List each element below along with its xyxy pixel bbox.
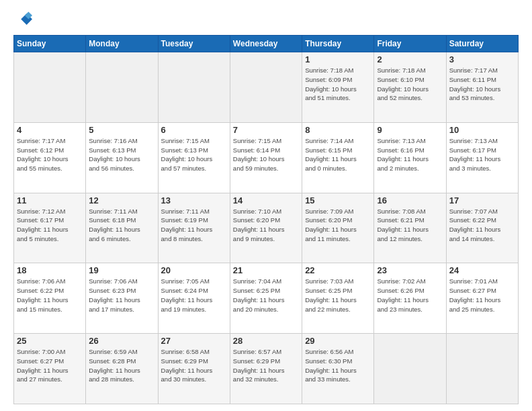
cell-day-number: 21 bbox=[233, 265, 299, 275]
cell-day-number: 18 bbox=[17, 265, 83, 275]
cell-day-number: 14 bbox=[233, 195, 299, 205]
cell-day-number: 4 bbox=[17, 125, 83, 135]
calendar-body: 1Sunrise: 7:18 AM Sunset: 6:09 PM Daylig… bbox=[14, 52, 519, 404]
cell-info-text: Sunrise: 7:18 AM Sunset: 6:10 PM Dayligh… bbox=[377, 66, 443, 103]
cell-day-number: 13 bbox=[161, 195, 227, 205]
cell-day-number: 15 bbox=[305, 195, 371, 205]
cell-info-text: Sunrise: 6:57 AM Sunset: 6:29 PM Dayligh… bbox=[233, 347, 299, 384]
cell-info-text: Sunrise: 7:16 AM Sunset: 6:13 PM Dayligh… bbox=[89, 136, 154, 173]
cell-day-number: 6 bbox=[161, 125, 227, 135]
cell-info-text: Sunrise: 6:58 AM Sunset: 6:29 PM Dayligh… bbox=[161, 347, 227, 384]
cell-info-text: Sunrise: 6:56 AM Sunset: 6:30 PM Dayligh… bbox=[305, 347, 371, 384]
cell-info-text: Sunrise: 7:04 AM Sunset: 6:25 PM Dayligh… bbox=[233, 277, 299, 314]
cell-day-number: 28 bbox=[233, 336, 299, 346]
calendar-cell: 3Sunrise: 7:17 AM Sunset: 6:11 PM Daylig… bbox=[446, 52, 518, 123]
header-cell-wednesday: Wednesday bbox=[230, 36, 302, 52]
calendar-cell: 9Sunrise: 7:13 AM Sunset: 6:16 PM Daylig… bbox=[374, 122, 446, 193]
cell-info-text: Sunrise: 7:15 AM Sunset: 6:14 PM Dayligh… bbox=[233, 136, 299, 173]
calendar-cell: 21Sunrise: 7:04 AM Sunset: 6:25 PM Dayli… bbox=[230, 263, 302, 334]
cell-info-text: Sunrise: 7:15 AM Sunset: 6:13 PM Dayligh… bbox=[161, 136, 227, 173]
week-row-4: 25Sunrise: 7:00 AM Sunset: 6:27 PM Dayli… bbox=[14, 334, 519, 404]
calendar-cell: 7Sunrise: 7:15 AM Sunset: 6:14 PM Daylig… bbox=[230, 122, 302, 193]
calendar-table: SundayMondayTuesdayWednesdayThursdayFrid… bbox=[13, 35, 519, 404]
cell-info-text: Sunrise: 7:02 AM Sunset: 6:26 PM Dayligh… bbox=[377, 277, 443, 314]
calendar-cell: 2Sunrise: 7:18 AM Sunset: 6:10 PM Daylig… bbox=[374, 52, 446, 123]
calendar-cell: 28Sunrise: 6:57 AM Sunset: 6:29 PM Dayli… bbox=[230, 334, 302, 404]
calendar-cell: 12Sunrise: 7:11 AM Sunset: 6:18 PM Dayli… bbox=[86, 193, 158, 263]
cell-day-number: 20 bbox=[161, 265, 227, 275]
calendar-cell: 11Sunrise: 7:12 AM Sunset: 6:17 PM Dayli… bbox=[14, 193, 86, 263]
calendar-cell: 5Sunrise: 7:16 AM Sunset: 6:13 PM Daylig… bbox=[86, 122, 158, 193]
header-cell-tuesday: Tuesday bbox=[158, 36, 230, 52]
cell-day-number: 2 bbox=[377, 54, 443, 64]
logo bbox=[13, 11, 35, 30]
cell-day-number: 12 bbox=[89, 195, 154, 205]
cell-day-number: 7 bbox=[233, 125, 299, 135]
cell-day-number: 27 bbox=[161, 336, 227, 346]
week-row-1: 4Sunrise: 7:17 AM Sunset: 6:12 PM Daylig… bbox=[14, 122, 519, 193]
calendar-cell: 18Sunrise: 7:06 AM Sunset: 6:22 PM Dayli… bbox=[14, 263, 86, 334]
calendar-cell: 17Sunrise: 7:07 AM Sunset: 6:22 PM Dayli… bbox=[446, 193, 518, 263]
cell-day-number: 29 bbox=[305, 336, 371, 346]
calendar-cell: 20Sunrise: 7:05 AM Sunset: 6:24 PM Dayli… bbox=[158, 263, 230, 334]
cell-day-number: 26 bbox=[89, 336, 154, 346]
cell-day-number: 9 bbox=[377, 125, 443, 135]
header-row: SundayMondayTuesdayWednesdayThursdayFrid… bbox=[14, 36, 519, 52]
calendar-cell bbox=[14, 52, 86, 123]
logo-icon bbox=[13, 11, 32, 30]
cell-info-text: Sunrise: 7:13 AM Sunset: 6:16 PM Dayligh… bbox=[377, 136, 443, 173]
header-cell-sunday: Sunday bbox=[14, 36, 86, 52]
cell-day-number: 22 bbox=[305, 265, 371, 275]
calendar-cell: 1Sunrise: 7:18 AM Sunset: 6:09 PM Daylig… bbox=[302, 52, 374, 123]
week-row-2: 11Sunrise: 7:12 AM Sunset: 6:17 PM Dayli… bbox=[14, 193, 519, 263]
calendar-cell: 13Sunrise: 7:11 AM Sunset: 6:19 PM Dayli… bbox=[158, 193, 230, 263]
cell-day-number: 10 bbox=[449, 125, 515, 135]
calendar-cell: 23Sunrise: 7:02 AM Sunset: 6:26 PM Dayli… bbox=[374, 263, 446, 334]
cell-day-number: 8 bbox=[305, 125, 371, 135]
cell-day-number: 1 bbox=[305, 54, 371, 64]
header-cell-monday: Monday bbox=[86, 36, 158, 52]
cell-info-text: Sunrise: 6:59 AM Sunset: 6:28 PM Dayligh… bbox=[89, 347, 154, 384]
cell-info-text: Sunrise: 7:11 AM Sunset: 6:19 PM Dayligh… bbox=[161, 207, 227, 244]
calendar-cell: 29Sunrise: 6:56 AM Sunset: 6:30 PM Dayli… bbox=[302, 334, 374, 404]
cell-info-text: Sunrise: 7:14 AM Sunset: 6:15 PM Dayligh… bbox=[305, 136, 371, 173]
calendar-cell: 15Sunrise: 7:09 AM Sunset: 6:20 PM Dayli… bbox=[302, 193, 374, 263]
cell-day-number: 11 bbox=[17, 195, 83, 205]
calendar-cell: 6Sunrise: 7:15 AM Sunset: 6:13 PM Daylig… bbox=[158, 122, 230, 193]
cell-day-number: 16 bbox=[377, 195, 443, 205]
cell-info-text: Sunrise: 7:05 AM Sunset: 6:24 PM Dayligh… bbox=[161, 277, 227, 314]
calendar-header: SundayMondayTuesdayWednesdayThursdayFrid… bbox=[14, 36, 519, 52]
calendar-cell bbox=[374, 334, 446, 404]
cell-day-number: 5 bbox=[89, 125, 154, 135]
cell-info-text: Sunrise: 7:12 AM Sunset: 6:17 PM Dayligh… bbox=[17, 207, 83, 244]
calendar-cell: 25Sunrise: 7:00 AM Sunset: 6:27 PM Dayli… bbox=[14, 334, 86, 404]
cell-info-text: Sunrise: 7:00 AM Sunset: 6:27 PM Dayligh… bbox=[17, 347, 83, 384]
calendar-cell: 26Sunrise: 6:59 AM Sunset: 6:28 PM Dayli… bbox=[86, 334, 158, 404]
calendar-cell: 10Sunrise: 7:13 AM Sunset: 6:17 PM Dayli… bbox=[446, 122, 518, 193]
cell-info-text: Sunrise: 7:17 AM Sunset: 6:11 PM Dayligh… bbox=[449, 66, 515, 103]
header-cell-thursday: Thursday bbox=[302, 36, 374, 52]
header bbox=[13, 11, 519, 30]
cell-info-text: Sunrise: 7:09 AM Sunset: 6:20 PM Dayligh… bbox=[305, 207, 371, 244]
calendar-cell: 24Sunrise: 7:01 AM Sunset: 6:27 PM Dayli… bbox=[446, 263, 518, 334]
week-row-3: 18Sunrise: 7:06 AM Sunset: 6:22 PM Dayli… bbox=[14, 263, 519, 334]
cell-info-text: Sunrise: 7:06 AM Sunset: 6:23 PM Dayligh… bbox=[89, 277, 154, 314]
calendar-cell: 14Sunrise: 7:10 AM Sunset: 6:20 PM Dayli… bbox=[230, 193, 302, 263]
calendar-cell: 16Sunrise: 7:08 AM Sunset: 6:21 PM Dayli… bbox=[374, 193, 446, 263]
calendar-cell: 8Sunrise: 7:14 AM Sunset: 6:15 PM Daylig… bbox=[302, 122, 374, 193]
cell-day-number: 3 bbox=[449, 54, 515, 64]
cell-info-text: Sunrise: 7:13 AM Sunset: 6:17 PM Dayligh… bbox=[449, 136, 515, 173]
cell-info-text: Sunrise: 7:10 AM Sunset: 6:20 PM Dayligh… bbox=[233, 207, 299, 244]
cell-day-number: 19 bbox=[89, 265, 154, 275]
calendar-cell: 19Sunrise: 7:06 AM Sunset: 6:23 PM Dayli… bbox=[86, 263, 158, 334]
cell-info-text: Sunrise: 7:11 AM Sunset: 6:18 PM Dayligh… bbox=[89, 207, 154, 244]
page: SundayMondayTuesdayWednesdayThursdayFrid… bbox=[0, 0, 532, 411]
calendar-cell: 22Sunrise: 7:03 AM Sunset: 6:25 PM Dayli… bbox=[302, 263, 374, 334]
cell-info-text: Sunrise: 7:01 AM Sunset: 6:27 PM Dayligh… bbox=[449, 277, 515, 314]
header-cell-friday: Friday bbox=[374, 36, 446, 52]
calendar-cell bbox=[230, 52, 302, 123]
cell-info-text: Sunrise: 7:03 AM Sunset: 6:25 PM Dayligh… bbox=[305, 277, 371, 314]
cell-day-number: 23 bbox=[377, 265, 443, 275]
calendar-cell bbox=[446, 334, 518, 404]
calendar-cell bbox=[158, 52, 230, 123]
